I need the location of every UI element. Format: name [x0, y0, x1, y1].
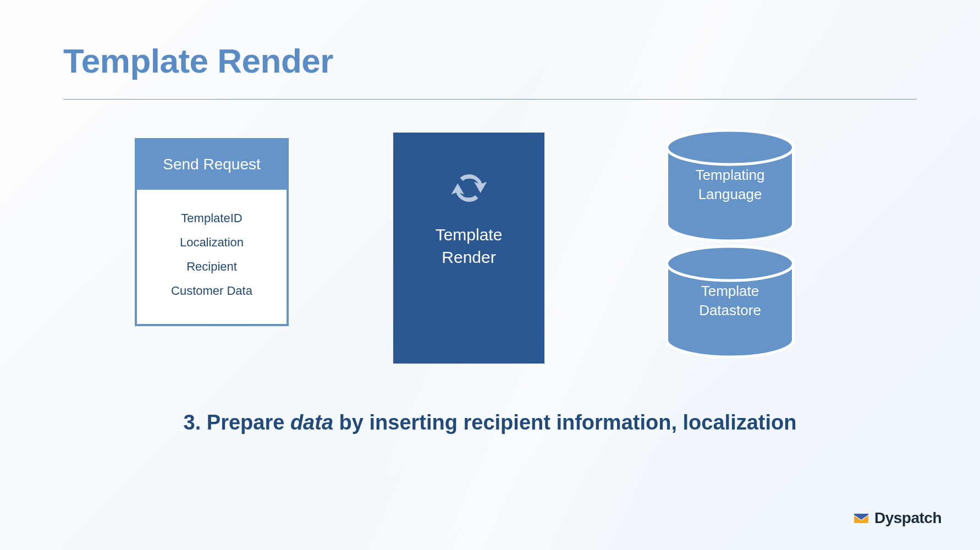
- diagram-row: Send Request TemplateID Localization Rec…: [63, 133, 917, 386]
- caption: 3. Prepare data by inserting recipient i…: [0, 411, 980, 435]
- cylinder-label-line: Templating: [696, 167, 765, 183]
- caption-suffix: by inserting recipient information, loca…: [333, 411, 796, 434]
- svg-point-3: [667, 246, 794, 280]
- template-render-card: Template Render: [393, 133, 544, 364]
- cylinder-templating-language: Templating Language: [665, 129, 795, 242]
- send-request-item: TemplateID: [142, 206, 281, 230]
- caption-prefix: 3. Prepare: [184, 411, 290, 434]
- envelope-icon: [854, 512, 869, 524]
- svg-point-1: [667, 130, 794, 164]
- cylinder-label-line: Language: [698, 186, 762, 202]
- send-request-item: Localization: [142, 230, 281, 255]
- page-title: Template Render: [63, 41, 917, 80]
- cylinder-stack: Templating Language Template Datastore: [665, 129, 795, 358]
- sync-icon: [448, 167, 491, 210]
- send-request-item: Recipient: [142, 255, 281, 279]
- cylinder-label-line: Template: [701, 283, 759, 299]
- send-request-header: Send Request: [137, 140, 287, 190]
- brand: Dyspatch: [854, 509, 942, 527]
- send-request-card: Send Request TemplateID Localization Rec…: [135, 138, 289, 326]
- send-request-body: TemplateID Localization Recipient Custom…: [137, 190, 287, 324]
- title-divider: [63, 99, 917, 100]
- slide: Template Render Send Request TemplateID …: [0, 0, 980, 550]
- cylinder-template-datastore: Template Datastore: [665, 245, 795, 358]
- caption-text: 3. Prepare data by inserting recipient i…: [184, 411, 797, 434]
- template-render-label-line: Template: [436, 226, 503, 244]
- template-render-label: Template Render: [436, 224, 503, 268]
- send-request-item: Customer Data: [142, 279, 281, 303]
- cylinder-label-line: Datastore: [699, 302, 761, 318]
- cylinder-label: Templating Language: [665, 166, 795, 204]
- caption-em: data: [290, 411, 333, 434]
- cylinder-label: Template Datastore: [665, 282, 795, 320]
- brand-name: Dyspatch: [874, 509, 942, 527]
- template-render-label-line: Render: [442, 248, 495, 266]
